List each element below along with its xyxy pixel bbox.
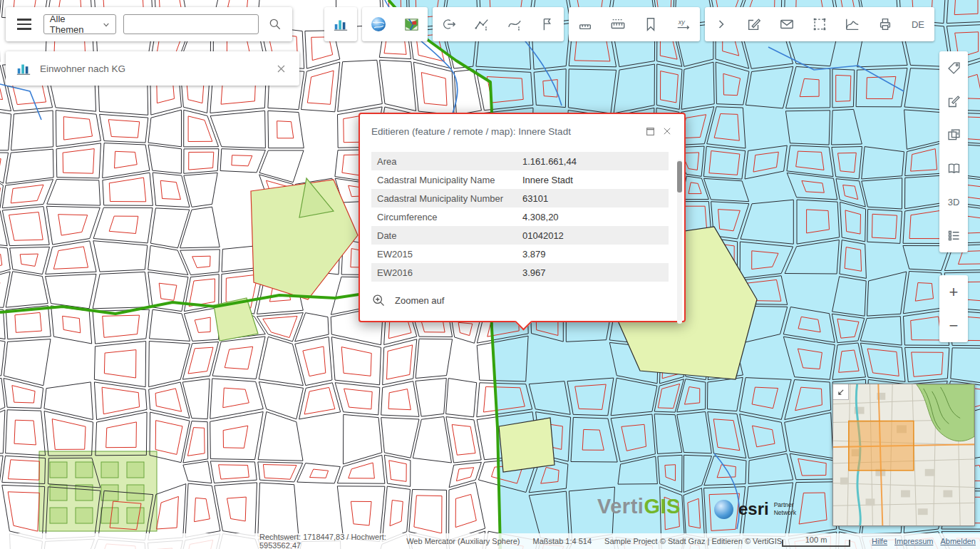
map-viewer-button[interactable] — [395, 7, 428, 41]
google-earth-button[interactable] — [362, 7, 395, 41]
topics-dropdown-label: Alle Themen — [50, 14, 97, 35]
legend-button[interactable] — [939, 152, 968, 185]
row-label: Cadastral Municipality Name — [371, 175, 522, 185]
search-button[interactable] — [266, 14, 285, 35]
layer-swipe-button[interactable] — [939, 118, 968, 152]
search-input[interactable] — [123, 14, 259, 34]
dialog-title: Editieren (feature / remote / map): Inne… — [371, 126, 641, 137]
profile-chart-button[interactable] — [836, 7, 869, 41]
esri-globe-icon — [714, 500, 733, 519]
dialog-header: Editieren (feature / remote / map): Inne… — [360, 114, 684, 146]
xy-coordinates-icon: xy — [676, 16, 691, 32]
row-label: EW2015 — [371, 249, 522, 260]
profile-chart-icon — [845, 16, 860, 32]
chart-tool-button[interactable] — [324, 7, 357, 41]
bar-chart-icon — [333, 16, 349, 32]
edit-feature-dialog: Editieren (feature / remote / map): Inne… — [359, 113, 686, 322]
envelope-icon — [779, 16, 795, 32]
more-tools-button[interactable] — [705, 7, 738, 41]
corner-arrow-icon — [836, 387, 846, 397]
measure-distance-button[interactable] — [569, 7, 602, 41]
bookmark-button[interactable] — [634, 7, 667, 41]
main-toolbar: xy — [324, 7, 934, 41]
identify-tool-button[interactable] — [433, 7, 465, 41]
row-label: Circumference — [371, 212, 522, 222]
attribute-table: Area 1.161.661,44 Cadastral Municipality… — [371, 152, 669, 282]
edit-shape-icon — [947, 94, 961, 109]
coordinates-readout: Rechtswert: 1718447,83 / Hochwert: 59535… — [259, 533, 393, 549]
row-value: 1.161.661,44 — [522, 156, 577, 167]
globe-icon — [370, 16, 387, 33]
scale-label: Maßstab 1:4 514 — [533, 537, 592, 545]
park-area — [39, 451, 157, 531]
zoom-in-button[interactable]: + — [939, 275, 968, 309]
logout-link[interactable]: Abmelden — [940, 537, 976, 545]
scale-bar-label: 100 m — [805, 535, 827, 544]
topics-dropdown[interactable]: Alle Themen — [43, 14, 116, 34]
app-window: Alle Themen Einwohner nach KG — [0, 0, 980, 549]
xy-coordinates-button[interactable]: xy — [667, 7, 700, 41]
row-label: Cadastral Municipality Number — [371, 193, 522, 204]
search-icon — [268, 17, 282, 31]
zoom-out-label: − — [949, 318, 959, 334]
chart-panel-close-button[interactable] — [272, 60, 289, 77]
measure-area-button[interactable] — [602, 7, 634, 41]
row-label: Area — [371, 156, 522, 167]
dialog-scrollbar[interactable] — [677, 160, 682, 324]
flag-icon — [540, 16, 555, 32]
zoom-in-label: + — [949, 284, 959, 300]
table-row: Area 1.161.661,44 — [371, 152, 669, 170]
esri-logo-text: esri — [738, 499, 769, 519]
search-card: Alle Themen — [6, 7, 292, 41]
bookmark-icon — [643, 16, 659, 32]
layer-list-button[interactable] — [939, 219, 968, 252]
mode-3d-button[interactable]: 3D — [939, 185, 968, 219]
placemark-tool-button[interactable] — [531, 7, 564, 41]
row-value: 3.967 — [522, 267, 546, 278]
chevron-down-icon — [103, 21, 110, 29]
dialog-close-button[interactable] — [659, 123, 676, 139]
vertigis-logo-text: Verti — [597, 495, 644, 518]
line-info-tool-button[interactable] — [465, 7, 498, 41]
close-icon — [662, 126, 672, 136]
attachment-tag-button[interactable] — [939, 51, 968, 85]
open-book-icon — [947, 161, 961, 176]
table-row: Cadastral Municipality Number 63101 — [371, 189, 669, 207]
projection-label: Web Mercator (Auxiliary Sphere) — [406, 537, 520, 545]
ruler-small-icon — [577, 16, 593, 32]
ruler-large-icon — [610, 16, 626, 32]
layer-swipe-icon — [947, 128, 961, 143]
language-button[interactable]: DE — [902, 7, 934, 41]
edit-pencil-icon — [746, 16, 762, 32]
table-row: Circumference 4.308,20 — [371, 207, 669, 226]
printer-icon — [877, 16, 893, 32]
extent-highlight[interactable] — [849, 421, 914, 470]
edit-feature-button[interactable] — [738, 7, 770, 41]
dialog-maximize-button[interactable] — [641, 123, 659, 139]
imprint-link[interactable]: Impressum — [894, 537, 933, 545]
language-label: DE — [912, 19, 924, 30]
zoom-out-button[interactable]: − — [939, 309, 968, 342]
mode-3d-label: 3D — [948, 197, 960, 207]
select-region-button[interactable] — [803, 7, 836, 41]
zoom-in-magnifier-icon — [371, 293, 386, 308]
vertigis-logo: VertiGIS — [597, 495, 681, 518]
curve-info-icon — [507, 16, 522, 32]
close-icon — [276, 63, 287, 74]
side-toolbar: 3D + − — [939, 51, 968, 342]
maximize-icon — [645, 126, 656, 137]
table-row: Cadastral Municipality Name Innere Stadt — [371, 170, 669, 189]
row-value: 01042012 — [522, 230, 564, 241]
overview-map[interactable] — [832, 384, 975, 526]
scrollbar-thumb[interactable] — [677, 161, 682, 193]
row-value: Innere Stadt — [522, 175, 573, 185]
print-button[interactable] — [869, 7, 902, 41]
status-bar: Rechtswert: 1718447,83 / Hochwert: 59535… — [0, 533, 980, 549]
mail-button[interactable] — [770, 7, 803, 41]
help-link[interactable]: Hilfe — [872, 537, 887, 545]
curve-info-tool-button[interactable] — [498, 7, 531, 41]
overview-map-toggle-button[interactable] — [833, 384, 849, 400]
menu-button[interactable] — [13, 11, 36, 37]
edit-features-button[interactable] — [939, 85, 968, 118]
line-info-icon — [474, 16, 490, 32]
